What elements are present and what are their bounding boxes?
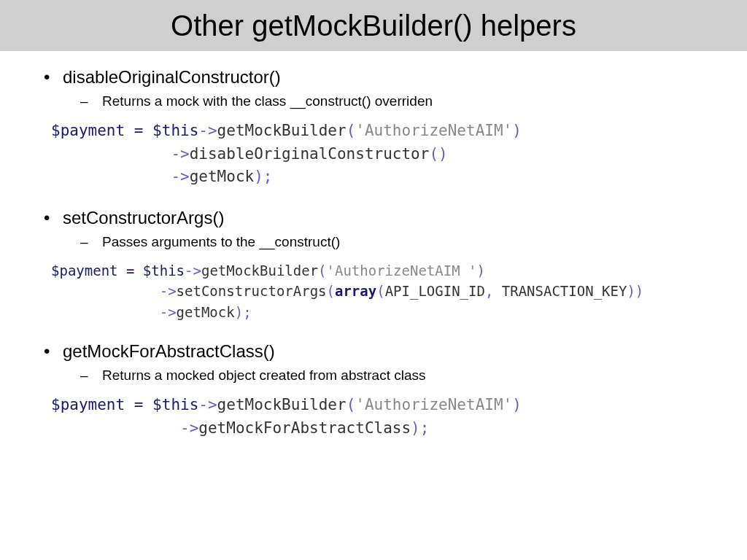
bullet-item: • disableOriginalConstructor() <box>44 67 718 88</box>
code-arrow: -> <box>198 122 217 139</box>
code-method: getMock <box>190 168 255 185</box>
code-arrow: -> <box>171 145 189 163</box>
code-method: setConstructorArgs <box>177 283 327 299</box>
code-const: TRANSACTION_KEY <box>502 283 627 299</box>
code-method: disableOriginalConstructor <box>190 145 430 163</box>
code-indent <box>51 168 171 185</box>
code-keyword: array <box>335 283 376 299</box>
bullet-text: setConstructorArgs() <box>63 208 224 228</box>
code-parens-semi: ); <box>411 419 429 437</box>
dash-icon: – <box>80 368 102 384</box>
code-lparen: ( <box>318 262 326 279</box>
code-indent <box>51 283 160 299</box>
code-method: getMock <box>177 304 235 320</box>
dash-icon: – <box>80 234 102 250</box>
bullet-item: • getMockForAbstractClass() <box>44 341 718 362</box>
sub-bullet-text: Returns a mocked object created from abs… <box>102 368 426 384</box>
code-parens-semi: ); <box>235 304 252 320</box>
bullet-text: getMockForAbstractClass() <box>63 341 275 362</box>
code-eq: = <box>125 396 152 413</box>
code-indent <box>51 145 171 163</box>
code-method: getMockBuilder <box>217 396 347 413</box>
code-indent <box>51 304 160 320</box>
code-lparen: ( <box>327 283 335 299</box>
bullet-dot-icon: • <box>44 341 63 362</box>
code-rparen: ) <box>512 396 522 413</box>
code-string: 'AuthorizeNetAIM' <box>355 122 512 139</box>
bullet-dot-icon: • <box>44 208 63 228</box>
bullet-item: • setConstructorArgs() <box>44 208 718 228</box>
dash-icon: – <box>80 93 102 109</box>
code-arrow: -> <box>160 304 177 320</box>
code-parens-semi: ); <box>254 168 272 185</box>
code-eq: = <box>118 262 143 279</box>
code-parens: () <box>429 145 447 163</box>
code-comma: , <box>485 283 502 299</box>
title-bar: Other getMockBuilder() helpers <box>0 0 747 51</box>
code-rparen: ) <box>512 122 522 139</box>
code-rparens: )) <box>627 283 643 299</box>
slide-content: • disableOriginalConstructor() – Returns… <box>0 51 747 440</box>
bullet-text: disableOriginalConstructor() <box>63 67 281 88</box>
code-string: 'AuthorizeNetAIM' <box>355 396 512 413</box>
code-block-2: $payment = $this->getMockBuilder('Author… <box>51 260 718 323</box>
code-arrow: -> <box>185 262 201 279</box>
code-var: $payment <box>51 396 125 413</box>
code-eq: = <box>125 122 152 139</box>
code-var: $payment <box>51 262 118 279</box>
sub-bullet-item: – Passes arguments to the __construct() <box>80 234 718 250</box>
code-lparen: ( <box>376 283 384 299</box>
code-const: API_LOGIN_ID <box>385 283 485 299</box>
code-method: getMockBuilder <box>201 262 318 279</box>
code-method: getMockBuilder <box>217 122 347 139</box>
code-string: 'AuthorizeNetAIM ' <box>327 262 477 279</box>
code-lparen: ( <box>347 396 356 413</box>
code-var: $payment <box>51 122 125 139</box>
code-arrow: -> <box>171 168 189 185</box>
code-arrow: -> <box>180 419 198 437</box>
bullet-dot-icon: • <box>44 67 63 88</box>
code-indent <box>51 419 180 437</box>
code-this: $this <box>143 262 185 279</box>
sub-bullet-item: – Returns a mock with the class __constr… <box>80 93 718 109</box>
code-block-3: $payment = $this->getMockBuilder('Author… <box>51 394 718 440</box>
sub-bullet-item: – Returns a mocked object created from a… <box>80 368 718 384</box>
code-block-1: $payment = $this->getMockBuilder('Author… <box>51 120 718 189</box>
sub-bullet-text: Passes arguments to the __construct() <box>102 234 340 250</box>
code-method: getMockForAbstractClass <box>198 419 411 437</box>
code-arrow: -> <box>198 396 217 413</box>
code-lparen: ( <box>347 122 356 139</box>
code-arrow: -> <box>160 283 177 299</box>
slide-title: Other getMockBuilder() helpers <box>171 9 576 42</box>
sub-bullet-text: Returns a mock with the class __construc… <box>102 93 433 109</box>
code-this: $this <box>152 122 198 139</box>
code-rparen: ) <box>476 262 484 279</box>
code-this: $this <box>152 396 198 413</box>
